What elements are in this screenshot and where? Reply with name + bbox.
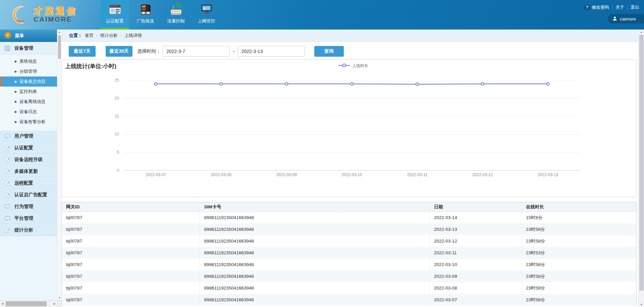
sidebar-item-remote-config[interactable]: 远程配置 — [0, 177, 57, 189]
column-header: 网关ID — [62, 202, 200, 212]
x-axis-tick: 2022-03-11 — [407, 172, 428, 177]
tab-ad-push-label: 广告推送 — [137, 18, 154, 24]
breadcrumb-item: 上线详情 — [124, 33, 142, 39]
page-scroll-up-button[interactable]: ▲ — [639, 30, 644, 35]
main-nav-tabs: 认证配置广告推送流量控制上网管控 — [101, 0, 223, 30]
table-row: bj00787898611192350416639482022-03-0823时… — [62, 282, 636, 294]
column-header: 在线时长 — [521, 202, 636, 212]
triangle-right-icon: ▶ — [15, 80, 17, 83]
horizontal-scrollbar-track — [5, 301, 52, 307]
traffic-control-icon — [169, 2, 183, 16]
logout-link[interactable]: 退出 — [631, 4, 639, 10]
sidebar-subitem-device-offline-info-label: 设备离线信息 — [19, 99, 46, 105]
scroll-right-button[interactable]: ► — [52, 301, 57, 307]
edit-icon — [4, 192, 10, 198]
sidebar-item-statistics-analysis-label: 统计分析 — [14, 227, 33, 233]
sim-card-cell: 89861119235041663948 — [200, 223, 429, 235]
query-button[interactable]: 查询 — [314, 46, 344, 57]
data-point[interactable] — [220, 83, 222, 85]
sidebar-filler — [0, 236, 57, 300]
sidebar-subitem-device-log[interactable]: ▶设备日志 — [0, 107, 57, 117]
tab-internet-control-label: 上网管控 — [198, 18, 215, 24]
data-point[interactable] — [154, 83, 157, 85]
online-duration-cell: 23时58分 — [521, 270, 636, 282]
vertical-scrollbar-thumb[interactable] — [58, 35, 61, 59]
about-link[interactable]: 关于 — [615, 4, 624, 10]
sidebar-item-behavior-management[interactable]: 行为管理 — [0, 201, 57, 212]
sidebar-item-multimedia-update[interactable]: 多媒体更新 — [0, 165, 57, 177]
tab-internet-control[interactable]: 上网管控 — [192, 0, 221, 30]
data-point[interactable] — [481, 83, 484, 85]
date-cell: 2022-03-12 — [429, 235, 521, 247]
sidebar-item-device-management[interactable]: 设备管理 — [0, 42, 57, 55]
column-header: SIM卡号 — [200, 202, 429, 212]
sidebar-item-device-management-label: 设备管理 — [14, 45, 33, 51]
sidebar-menu-header[interactable]: 菜单 — [0, 30, 57, 42]
data-point[interactable] — [285, 83, 288, 85]
sidebar-subitem-system-info[interactable]: ▶系统信息 — [0, 56, 57, 66]
breadcrumb-item[interactable]: 统计分析 — [100, 33, 118, 39]
table-row: bj00787898611192350416639482022-03-1023时… — [62, 259, 636, 270]
tab-traffic-control[interactable]: 流量控制 — [162, 0, 190, 30]
ad-push-icon — [139, 2, 153, 16]
sidebar-item-statistics-analysis[interactable]: 统计分析 — [0, 224, 57, 236]
y-axis-tick: 25 — [115, 78, 119, 83]
start-date-input[interactable] — [163, 46, 230, 57]
page-scrollbar-thumb[interactable] — [639, 35, 644, 291]
edit-icon — [4, 145, 10, 151]
sim-card-cell: 89861119235041663948 — [200, 212, 429, 223]
sidebar-item-auth-config-label: 认证配置 — [14, 145, 33, 151]
sidebar-subitem-monitor-list[interactable]: ▶监控列表 — [0, 87, 57, 97]
sidebar-subitem-device-offline-info[interactable]: ▶设备离线信息 — [0, 97, 57, 107]
sim-card-cell: 89861119235041663948 — [200, 247, 429, 259]
online-duration-cell: 23时58分 — [521, 259, 636, 270]
x-axis-tick: 2022-03-07 — [146, 172, 166, 177]
change-password-link[interactable]: ?修改密码 — [584, 4, 609, 10]
gateway-id-cell: bj00787 — [62, 259, 200, 270]
tab-traffic-control-label: 流量控制 — [167, 18, 185, 24]
scroll-up-button[interactable]: ▲ — [57, 30, 61, 35]
sidebar-item-user-management[interactable]: 用户管理 — [0, 130, 57, 142]
range-separator: ~ — [232, 49, 235, 54]
sidebar-item-device-remote-upgrade[interactable]: 设备远程升级 — [0, 154, 57, 165]
date-cell: 2022-03-14 — [429, 212, 521, 223]
user-pill[interactable]: caimore — [608, 14, 644, 23]
data-point[interactable] — [416, 83, 419, 86]
gateway-id-cell: bj00787 — [62, 282, 200, 294]
gateway-id-cell: bj00787 — [62, 212, 200, 223]
data-point[interactable] — [547, 83, 549, 85]
sidebar-subitem-system-info-label: 系统信息 — [19, 58, 37, 64]
tab-auth-config[interactable]: 认证配置 — [101, 0, 129, 30]
sidebar-item-auth-config[interactable]: 认证配置 — [0, 142, 57, 154]
y-axis-tick: 5 — [117, 150, 119, 155]
tab-ad-push[interactable]: 广告推送 — [131, 0, 160, 30]
sidebar-item-post-auth-ad-config[interactable]: 认证后广告配置 — [0, 189, 57, 201]
scroll-left-button[interactable]: ◄ — [0, 301, 5, 307]
last-30-days-button[interactable]: 最近30天 — [106, 46, 132, 57]
sim-card-cell: 89861119235041663948 — [200, 235, 429, 247]
sidebar-item-platform-management-label: 平台管理 — [14, 215, 33, 221]
sidebar: 菜单 设备管理▶系统信息▶分组管理▶设备状态信息▶监控列表▶设备离线信息▶设备日… — [0, 30, 57, 307]
triangle-right-icon: ▶ — [15, 90, 17, 93]
end-date-input[interactable] — [238, 46, 305, 57]
last-7-days-button[interactable]: 最近7天 — [69, 46, 96, 57]
sidebar-item-platform-management[interactable]: 平台管理 — [0, 212, 57, 224]
sidebar-subitem-device-status-info[interactable]: ▶设备状态信息 — [0, 76, 57, 87]
sidebar-subitem-group-management[interactable]: ▶分组管理 — [0, 66, 57, 76]
data-point[interactable] — [351, 83, 353, 85]
chart-legend[interactable]: 上线时长 — [338, 63, 368, 69]
sidebar-subitem-monitor-list-label: 监控列表 — [19, 89, 37, 95]
sim-card-cell: 89861119235041663948 — [200, 282, 429, 294]
sim-card-cell: 89861119235041663948 — [200, 270, 429, 282]
sidebar-item-user-management-label: 用户管理 — [14, 133, 33, 139]
chat-icon — [4, 204, 10, 210]
sidebar-subitem-device-alarm-analysis[interactable]: ▶设备告警分析 — [0, 117, 57, 127]
online-duration-cell: 15时8分 — [521, 212, 636, 223]
date-cell: 2022-03-09 — [429, 270, 521, 282]
edit-icon — [4, 180, 10, 186]
breadcrumb-item[interactable]: 首页 — [85, 33, 94, 39]
sidebar-item-multimedia-update-label: 多媒体更新 — [14, 168, 38, 174]
page-scroll-down-button[interactable]: ▼ — [639, 302, 644, 307]
horizontal-scrollbar-thumb[interactable] — [6, 301, 47, 306]
scroll-down-button[interactable]: ▼ — [57, 295, 61, 300]
